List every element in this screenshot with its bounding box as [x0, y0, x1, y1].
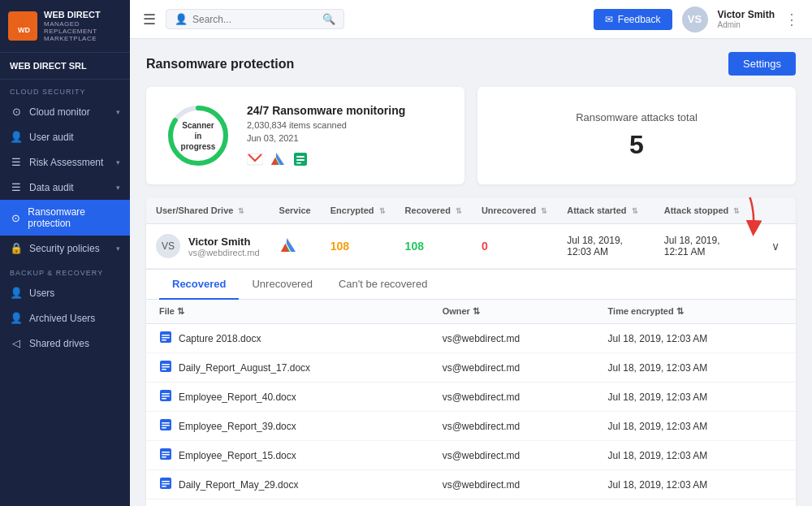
scan-date: Jun 03, 2021: [247, 133, 405, 143]
file-row: Employee_Report_15.docx vs@webdirect.md …: [146, 441, 796, 470]
sidebar-item-risk-assessment[interactable]: ☰ Risk Assessment ▾: [0, 149, 130, 175]
svg-rect-31: [162, 422, 170, 424]
tab-unrecovered[interactable]: Unrecovered: [239, 270, 325, 300]
sidebar-item-label: Security policies: [29, 243, 100, 254]
attacks-card: Ransomware attacks total 5: [477, 87, 796, 184]
file-row: Daily_Report_August_17.docx vs@webdirect…: [146, 353, 796, 383]
file-owner: vs@webdirect.md: [430, 412, 595, 441]
file-time: Jul 18, 2019, 12:03 AM: [595, 324, 796, 353]
svg-rect-11: [296, 159, 304, 161]
main-content: ☰ 👤 🔍 ✉ Feedback VS Victor Smith Admin ⋮…: [130, 0, 812, 506]
user-name: Victor Smith: [718, 9, 775, 20]
svg-rect-28: [162, 396, 170, 397]
settings-button[interactable]: Settings: [728, 52, 796, 76]
sidebar: WD WEB DIRECT MANAGED REPLACEMENT MARKET…: [0, 0, 130, 506]
sort-icon: ⇅: [379, 207, 386, 215]
file-cell: Capture 2018.docx: [146, 324, 430, 353]
file-owner: vs@webdirect.md: [430, 500, 595, 507]
risk-assessment-icon: ☰: [10, 156, 23, 168]
monitor-info: 24/7 Ransomware monitoring 2,030,834 ite…: [247, 104, 405, 167]
col-attack-started: Attack started ⇅: [557, 197, 654, 224]
search-wrap: 👤 🔍: [166, 9, 344, 29]
file-owner: vs@webdirect.md: [430, 324, 595, 353]
page-content: Ransomware protection Settings Scanner i…: [130, 39, 812, 506]
svg-rect-25: [162, 369, 166, 370]
file-name: Employee_Report_39.docx: [179, 421, 296, 432]
feedback-label: Feedback: [618, 14, 661, 25]
file-icon: [159, 360, 172, 375]
file-cell: Daily_Report_May_29.docx: [146, 470, 430, 500]
sidebar-item-cloud-monitor[interactable]: ⊙ Cloud monitor ▾: [0, 99, 130, 124]
avatar: VS: [682, 6, 708, 32]
expand-button[interactable]: ∨: [765, 236, 786, 256]
sort-icon: ⇅: [632, 207, 638, 215]
table-header-row: User/Shared Drive ⇅ Service Encrypted ⇅ …: [146, 197, 796, 224]
svg-rect-39: [162, 481, 170, 482]
more-options-icon[interactable]: ⋮: [784, 11, 799, 28]
sidebar-item-label: Archived Users: [29, 313, 95, 324]
files-table-wrap: File ⇅ Owner ⇅ Time encrypted ⇅ Capture …: [146, 300, 796, 506]
files-table: File ⇅ Owner ⇅ Time encrypted ⇅ Capture …: [146, 300, 796, 506]
tab-recovered[interactable]: Recovered: [159, 270, 239, 300]
file-icon: [159, 448, 172, 463]
file-owner: vs@webdirect.md: [430, 441, 595, 470]
file-cell: Employee_Report_49.docx: [146, 500, 430, 507]
svg-rect-27: [162, 393, 170, 395]
sheets-icon: [292, 151, 309, 167]
scanner-card: Scanner inprogress 24/7 Ransomware monit…: [146, 87, 464, 184]
file-row: Capture 2018.docx vs@webdirect.md Jul 18…: [146, 324, 796, 353]
tab-cant-recover[interactable]: Can't be recovered: [326, 270, 440, 300]
page-title: Ransomware protection: [146, 57, 294, 71]
file-row: Daily_Report_May_29.docx vs@webdirect.md…: [146, 470, 796, 500]
sidebar-item-shared-drives[interactable]: ◁ Shared drives: [0, 331, 130, 356]
sidebar-item-label: Data audit: [29, 182, 74, 193]
file-cell: Employee_Report_40.docx: [146, 383, 430, 412]
attacks-title: Ransomware attacks total: [576, 111, 698, 123]
chevron-down-icon: ▾: [116, 244, 120, 253]
svg-rect-12: [296, 162, 301, 164]
file-time: Jul 18, 2019, 12:03 AM: [595, 412, 796, 441]
file-name: Daily_Report_August_17.docx: [179, 362, 310, 374]
sidebar-item-data-audit[interactable]: ☰ Data audit ▾: [0, 175, 130, 200]
sidebar-item-label: User audit: [29, 132, 74, 143]
file-time: Jul 18, 2019, 12:03 AM: [595, 470, 796, 500]
svg-rect-23: [162, 364, 170, 365]
sidebar-item-label: Risk Assessment: [29, 157, 103, 168]
col-user: User/Shared Drive ⇅: [146, 197, 270, 224]
svg-rect-41: [162, 486, 166, 487]
svg-text:WD: WD: [18, 26, 30, 34]
page-header: Ransomware protection Settings: [146, 52, 796, 76]
hamburger-icon[interactable]: ☰: [143, 11, 156, 28]
topbar: ☰ 👤 🔍 ✉ Feedback VS Victor Smith Admin ⋮: [130, 0, 812, 39]
file-name: Daily_Report_May_29.docx: [179, 479, 298, 491]
col-service: Service: [270, 197, 321, 224]
svg-rect-10: [296, 156, 304, 158]
svg-rect-37: [162, 456, 166, 458]
sidebar-item-archived-users[interactable]: 👤 Archived Users: [0, 305, 130, 331]
svg-rect-40: [162, 483, 170, 485]
file-time: Jul 18, 2019, 12:03 AM: [595, 353, 796, 383]
user-role: Admin: [718, 20, 775, 29]
file-time: Jul 18, 2019, 12:03 AM: [595, 383, 796, 412]
service-cell: [270, 224, 321, 269]
file-icon: [159, 477, 172, 492]
sort-icon: ⇅: [541, 207, 547, 215]
sidebar-item-ransomware[interactable]: ⊙ Ransomware protection: [0, 200, 130, 236]
svg-rect-36: [162, 454, 170, 456]
chevron-down-icon: ▾: [116, 108, 120, 116]
svg-rect-29: [162, 398, 166, 400]
file-owner: vs@webdirect.md: [430, 470, 595, 500]
archived-users-icon: 👤: [10, 312, 23, 324]
file-row: Employee_Report_40.docx vs@webdirect.md …: [146, 383, 796, 412]
sidebar-item-users[interactable]: 👤 Users: [0, 280, 130, 305]
col-encrypted: Encrypted ⇅: [321, 197, 395, 224]
monitoring-row: Scanner inprogress 24/7 Ransomware monit…: [146, 87, 796, 184]
sidebar-item-security-policies[interactable]: 🔒 Security policies ▾: [0, 236, 130, 261]
feedback-button[interactable]: ✉ Feedback: [594, 9, 672, 30]
cloud-monitor-icon: ⊙: [10, 106, 23, 118]
search-input[interactable]: [192, 14, 317, 25]
backup-recovery-section-title: BACKUP & RECOVERY: [0, 261, 130, 280]
files-header-row: File ⇅ Owner ⇅ Time encrypted ⇅: [146, 300, 796, 324]
sidebar-item-user-audit[interactable]: 👤 User audit: [0, 124, 130, 149]
search-icon: 👤: [175, 13, 188, 25]
